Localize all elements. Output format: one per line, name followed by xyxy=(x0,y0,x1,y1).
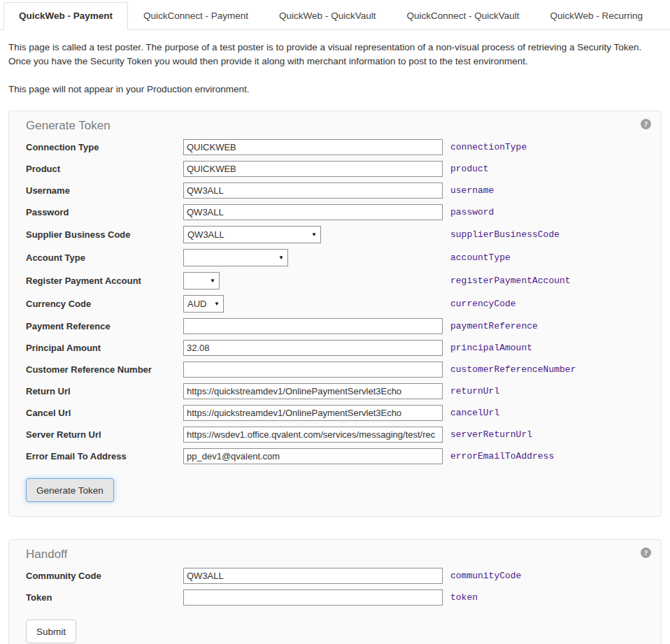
payment-reference-api-name: paymentReference xyxy=(450,321,538,331)
server-return-url-row: Server Return Url serverReturnUrl xyxy=(26,427,644,443)
intro-paragraph-2: This page will not appear in your Produc… xyxy=(8,83,662,96)
generate-token-button[interactable]: Generate Token xyxy=(26,478,114,502)
community-code-api-name: communityCode xyxy=(450,571,521,581)
cancel-url-label: Cancel Url xyxy=(26,408,183,418)
return-url-api-name: returnUrl xyxy=(450,386,499,396)
intro-paragraph-1: This page is called a test poster. The p… xyxy=(8,41,662,69)
cancel-url-api-name: cancelUrl xyxy=(450,408,499,418)
product-input[interactable] xyxy=(183,161,443,177)
connection-type-row: Connection Type connectionType xyxy=(26,139,644,155)
currency-code-row: Currency Code AUD ▼ currencyCode xyxy=(26,295,644,313)
help-icon[interactable]: ? xyxy=(641,548,651,558)
error-email-to-address-input[interactable] xyxy=(183,448,443,464)
currency-code-api-name: currencyCode xyxy=(450,299,516,309)
principal-amount-row: Principal Amount principalAmount xyxy=(26,340,644,356)
server-return-url-input[interactable] xyxy=(183,427,443,443)
username-row: Username username xyxy=(26,183,644,199)
token-row: Token token xyxy=(26,589,644,606)
account-type-row: Account Type ▼ accountType xyxy=(26,249,644,266)
password-row: Password password xyxy=(26,204,644,220)
customer-reference-number-input[interactable] xyxy=(183,362,443,378)
connection-type-label: Connection Type xyxy=(26,142,183,152)
username-api-name: username xyxy=(450,185,494,196)
tab-quickconnect-quickvault[interactable]: QuickConnect - QuickVault xyxy=(391,2,534,30)
submit-button[interactable]: Submit xyxy=(26,620,76,643)
currency-code-label: Currency Code xyxy=(26,299,183,309)
supplier-business-code-api-name: supplierBusinessCode xyxy=(450,229,559,240)
generate-token-panel: Generate Token ? Connection Type connect… xyxy=(8,110,662,517)
handoff-panel: Handoff ? Community Code communityCode T… xyxy=(8,539,662,644)
payment-reference-label: Payment Reference xyxy=(26,321,183,331)
supplier-business-code-row: Supplier Business Code QW3ALL ▼ supplier… xyxy=(26,226,644,243)
register-payment-account-label: Register Payment Account xyxy=(26,276,183,286)
principal-amount-label: Principal Amount xyxy=(26,343,183,353)
server-return-url-label: Server Return Url xyxy=(26,429,183,440)
customer-reference-number-row: Customer Reference Number customerRefere… xyxy=(26,362,644,378)
connection-type-input[interactable] xyxy=(183,139,443,155)
username-label: Username xyxy=(26,185,183,196)
token-input[interactable] xyxy=(183,589,443,606)
customer-reference-number-label: Customer Reference Number xyxy=(26,364,183,375)
token-api-name: token xyxy=(450,592,478,603)
return-url-row: Return Url returnUrl xyxy=(26,383,644,399)
connection-type-api-name: connectionType xyxy=(450,142,527,152)
account-type-api-name: accountType xyxy=(450,252,511,263)
community-code-input[interactable] xyxy=(183,568,443,584)
password-label: Password xyxy=(26,207,183,217)
principal-amount-input[interactable] xyxy=(183,340,443,356)
account-type-label: Account Type xyxy=(26,252,183,263)
server-return-url-api-name: serverReturnUrl xyxy=(450,429,532,440)
customer-reference-number-api-name: customerReferenceNumber xyxy=(450,364,576,375)
tab-quickweb-recurring[interactable]: QuickWeb - Recurring xyxy=(534,2,658,30)
register-payment-account-select[interactable] xyxy=(183,272,220,289)
tab-quickconnect-payment[interactable]: QuickConnect - Payment xyxy=(128,2,264,30)
tab-bar: QuickWeb - Payment QuickConnect - Paymen… xyxy=(0,2,670,30)
username-input[interactable] xyxy=(183,183,443,199)
currency-code-select[interactable]: AUD xyxy=(183,295,224,313)
return-url-input[interactable] xyxy=(183,383,443,399)
return-url-label: Return Url xyxy=(26,386,183,396)
error-email-to-address-label: Error Email To Address xyxy=(26,451,183,461)
community-code-row: Community Code communityCode xyxy=(26,568,644,584)
handoff-form: Community Code communityCode Token token xyxy=(26,568,644,606)
handoff-panel-title: Handoff xyxy=(26,547,644,562)
payment-reference-input[interactable] xyxy=(183,318,443,334)
principal-amount-api-name: principalAmount xyxy=(450,343,532,353)
supplier-business-code-select[interactable]: QW3ALL xyxy=(183,226,321,243)
cancel-url-input[interactable] xyxy=(183,405,443,421)
register-payment-account-api-name: registerPaymentAccount xyxy=(450,276,571,286)
community-code-label: Community Code xyxy=(26,571,183,581)
cancel-url-row: Cancel Url cancelUrl xyxy=(26,405,644,421)
token-label: Token xyxy=(26,592,183,603)
password-api-name: password xyxy=(450,207,494,217)
generate-token-panel-title: Generate Token xyxy=(26,118,644,134)
error-email-to-address-api-name: errorEmailToAddress xyxy=(450,451,554,461)
supplier-business-code-label: Supplier Business Code xyxy=(26,229,183,240)
account-type-select[interactable] xyxy=(183,249,288,266)
payment-reference-row: Payment Reference paymentReference xyxy=(26,318,644,334)
product-row: Product product xyxy=(26,161,644,177)
intro-text: This page is called a test poster. The p… xyxy=(0,30,670,96)
register-payment-account-row: Register Payment Account ▼ registerPayme… xyxy=(26,272,644,289)
product-label: Product xyxy=(26,164,183,174)
product-api-name: product xyxy=(450,164,489,174)
error-email-to-address-row: Error Email To Address errorEmailToAddre… xyxy=(26,448,644,464)
help-icon[interactable]: ? xyxy=(641,119,651,129)
tab-quickweb-quickvault[interactable]: QuickWeb - QuickVault xyxy=(264,2,391,30)
tab-quickweb-payment[interactable]: QuickWeb - Payment xyxy=(3,2,128,30)
generate-token-form: Connection Type connectionType Product p… xyxy=(26,139,644,464)
password-input[interactable] xyxy=(183,204,443,220)
